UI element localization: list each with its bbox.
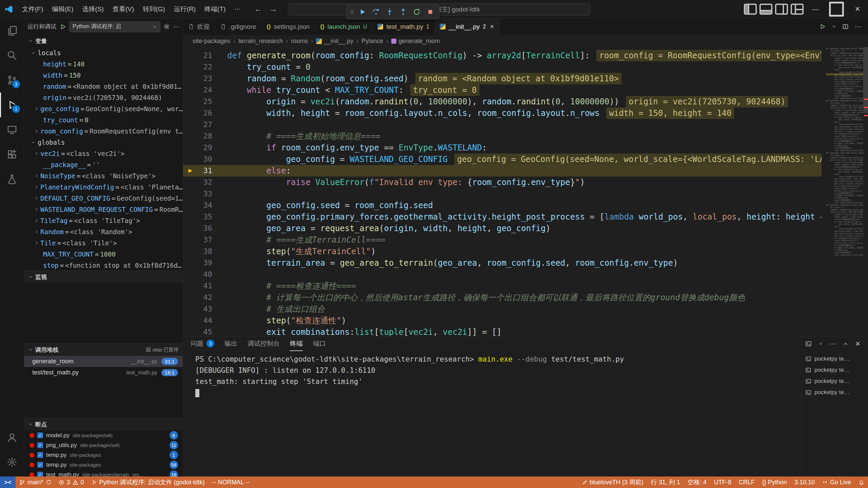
gutter-glyph[interactable] xyxy=(183,119,198,130)
code-line-39[interactable]: 39 terrain_area = geo_area_to_terrain(ge… xyxy=(183,257,822,269)
breakpoint-row[interactable]: ✓model.pysite-packages\wfc6 xyxy=(24,430,183,440)
breakpoint-row[interactable]: ✓png_utils.pysite-packages\wfc11 xyxy=(24,440,183,450)
debug-config-select[interactable]: Python 调试程序: 启 xyxy=(69,21,160,32)
gutter-glyph[interactable] xyxy=(183,223,198,234)
activity-item-source-control[interactable]: 3 xyxy=(0,68,24,93)
gutter-glyph[interactable] xyxy=(183,47,198,50)
gutter-glyph[interactable] xyxy=(183,61,198,73)
toggle-panel-icon[interactable] xyxy=(758,0,774,18)
code-line-33[interactable]: 33 xyxy=(183,188,822,200)
code-line-21[interactable]: 21def generate_room(room_config: RoomReq… xyxy=(183,50,822,61)
minimize-button[interactable]: — xyxy=(805,0,826,18)
code-line-30[interactable]: 30 geo_config = WASTELAND_GEO_CONFIGgeo_… xyxy=(183,154,822,165)
activity-item-explorer[interactable] xyxy=(0,18,24,43)
gutter-glyph[interactable] xyxy=(183,315,198,326)
new-terminal-icon[interactable] xyxy=(805,341,812,347)
gutter-glyph[interactable] xyxy=(183,246,198,257)
debug-current-line-arrow-icon[interactable] xyxy=(183,165,198,177)
code-line-26[interactable]: 26 width, height = room_config.layout.n_… xyxy=(183,107,822,119)
code-line-29[interactable]: 29 if room_config.env_type == EnvType.WA… xyxy=(183,142,822,154)
code-line-34[interactable]: 34 geo_config.seed = room_config.seed xyxy=(183,200,822,211)
gutter-glyph[interactable] xyxy=(183,130,198,142)
panel-tab-调试控制台[interactable]: 调试控制台 xyxy=(248,337,280,351)
variable-random[interactable]: random = <Random object at 0x1bf9d01e… xyxy=(24,81,183,92)
code-line-28[interactable]: 28 # ====生成初始地理信息==== xyxy=(183,130,822,142)
toggle-sidebar-icon[interactable] xyxy=(743,0,758,18)
status-problems[interactable]: 30 xyxy=(55,476,88,488)
menu-item-5[interactable]: 运行(R) xyxy=(170,0,200,18)
stop-button[interactable] xyxy=(424,6,436,18)
chevron-down-icon[interactable] xyxy=(832,24,836,29)
code-line-31[interactable]: 31 else: xyxy=(183,165,822,177)
gutter-glyph[interactable] xyxy=(183,154,198,165)
status-go-live[interactable]: Go Live xyxy=(818,476,855,488)
breakpoint-row[interactable]: ✓temp.pysite-packages1 xyxy=(24,450,183,460)
continue-button[interactable] xyxy=(356,6,369,18)
menu-item-1[interactable]: 编辑(E) xyxy=(47,0,78,18)
activity-item-extensions[interactable] xyxy=(0,142,24,167)
variable-origin[interactable]: origin = vec2i(7205730, 9024468) xyxy=(24,92,183,103)
editor-scrollbar[interactable] xyxy=(863,47,868,113)
code-line-20[interactable]: 20 xyxy=(183,47,822,50)
activity-item-remote-explorer[interactable] xyxy=(0,117,24,142)
gutter-glyph[interactable] xyxy=(183,96,198,107)
variable-__package__[interactable]: __package__ = '' xyxy=(24,159,183,170)
variable-WASTELAND_ROOM_REQUEST_CONFIG[interactable]: WASTELAND_ROOM_REQUEST_CONFIG = RoomR… xyxy=(24,204,183,215)
code-line-36[interactable]: 36 geo_area = request_area(origin, width… xyxy=(183,223,822,234)
gutter-glyph[interactable] xyxy=(183,50,198,61)
breadcrumb-item-rooms[interactable]: rooms xyxy=(291,38,308,45)
panel-tab-问题[interactable]: 问题3 xyxy=(191,337,214,351)
gutter-glyph[interactable] xyxy=(183,211,198,223)
variable-room_config[interactable]: room_config = RoomRequestConfig(env_t… xyxy=(24,125,183,137)
code-line-23[interactable]: 23 random = Random(room_config.seed)rand… xyxy=(183,73,822,84)
variable-MAX_TRY_COUNT[interactable]: MAX_TRY_COUNT = 1000 xyxy=(24,248,183,260)
variables-pane-header[interactable]: 变量 xyxy=(24,35,183,47)
close-panel-icon[interactable]: ✕ xyxy=(855,340,861,348)
terminal-list-item[interactable]: pocketpy te… xyxy=(802,353,868,364)
activity-item-testing[interactable] xyxy=(0,167,24,191)
gutter-glyph[interactable] xyxy=(183,280,198,292)
code-line-42[interactable]: 42 # 计算每一个出口的中心，然后使用astar生成路径，确保每一个出口组合都… xyxy=(183,292,822,303)
menu-item-4[interactable]: 转到(G) xyxy=(138,0,169,18)
status-eol[interactable]: CRLF xyxy=(735,476,758,488)
terminal-list-item[interactable]: pocketpy te… xyxy=(802,387,868,398)
code-line-32[interactable]: 32 raise ValueError(f"Invalid env type: … xyxy=(183,177,822,188)
gutter-glyph[interactable] xyxy=(183,303,198,315)
variable-DEFAULT_GEO_CONFIG[interactable]: DEFAULT_GEO_CONFIG = GeoConfig(seed=1… xyxy=(24,192,183,204)
breadcrumb-item-terrain_research[interactable]: terrain_research xyxy=(238,38,283,45)
scope-globals[interactable]: globals xyxy=(24,137,183,148)
back-icon[interactable]: ← xyxy=(254,4,262,14)
status-debug-config[interactable]: Python 调试程序: 启动文件 (godot-ldtk) xyxy=(88,476,209,488)
panel-tab-端口[interactable]: 端口 xyxy=(313,337,326,351)
code-line-38[interactable]: 38 step("生成TerrainCell") xyxy=(183,246,822,257)
status-branch[interactable]: main* xyxy=(16,476,55,488)
variable-TileTag[interactable]: TileTag = <class 'TileTag'> xyxy=(24,215,183,226)
more-actions-icon[interactable]: ⋯ xyxy=(855,23,861,30)
code-line-24[interactable]: 24 while try_count < MAX_TRY_COUNT:try_c… xyxy=(183,84,822,96)
variable-Random[interactable]: Random = <class 'Random'> xyxy=(24,226,183,237)
breadcrumb-item-site-packages[interactable]: site-packages xyxy=(193,38,230,45)
gutter-glyph[interactable] xyxy=(183,269,198,280)
step-into-button[interactable] xyxy=(383,6,396,18)
terminal-list-item[interactable]: pocketpy te… xyxy=(802,375,868,387)
menu-item-6[interactable]: 终端(T) xyxy=(200,0,230,18)
code-line-45[interactable]: 45 exit_combinations:list[tuple[vec2i, v… xyxy=(183,326,822,336)
status-vim-mode[interactable]: -- NORMAL -- xyxy=(209,476,253,488)
chevron-down-icon[interactable] xyxy=(818,342,823,346)
variable-geo_config[interactable]: geo_config = GeoConfig(seed=None, wor… xyxy=(24,103,183,114)
menu-item-2[interactable]: 选择(S) xyxy=(78,0,108,18)
breakpoint-checkbox[interactable]: ✓ xyxy=(37,442,43,448)
stack-frame[interactable]: test/test_math.pytest_math.py16:1 xyxy=(24,367,183,378)
maximize-panel-icon[interactable] xyxy=(843,341,848,347)
variable-NoiseType[interactable]: NoiseType = <class 'NoiseType'> xyxy=(24,170,183,181)
code-line-37[interactable]: 37 # ====生成TerrainCell==== xyxy=(183,234,822,246)
gutter-glyph[interactable] xyxy=(183,84,198,96)
gutter-glyph[interactable] xyxy=(183,177,198,188)
variable-try_count[interactable]: try_count = 0 xyxy=(24,114,183,125)
maximize-button[interactable] xyxy=(826,0,847,18)
code-editor[interactable]: 2021def generate_room(room_config: RoomR… xyxy=(183,47,868,336)
breadcrumb-item-__init__.py[interactable]: __init__.py xyxy=(316,38,353,45)
gutter-glyph[interactable] xyxy=(183,234,198,246)
breakpoint-checkbox[interactable]: ✓ xyxy=(37,472,43,476)
menu-item-0[interactable]: 文件(F) xyxy=(18,0,47,18)
